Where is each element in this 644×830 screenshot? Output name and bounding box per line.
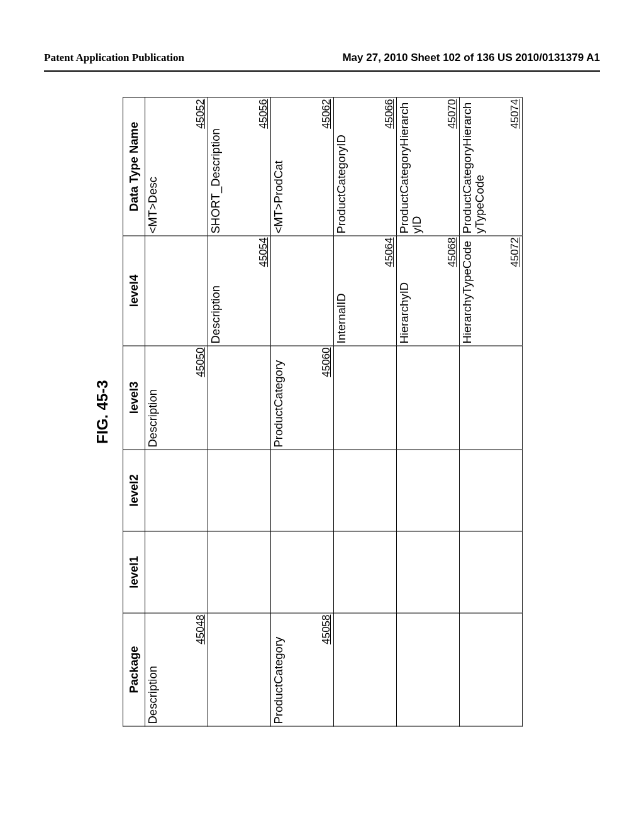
cell-text: Description bbox=[208, 236, 222, 346]
cell-text: InternalID bbox=[334, 236, 348, 346]
page-header: Patent Application Publication May 27, 2… bbox=[0, 52, 644, 69]
data-table: Package level1 level2 level3 level4 Data… bbox=[123, 97, 523, 727]
rotated-figure: FIG. 45-3 Package level1 level2 level3 l… bbox=[94, 97, 523, 727]
cell-text: HierarchyTypeCode bbox=[460, 236, 474, 346]
col-datatypename: Data Type Name bbox=[123, 97, 145, 236]
ref-num: 45068 bbox=[446, 238, 458, 267]
ref-num: 45054 bbox=[257, 238, 270, 267]
cell-text: ProductCategoryHierarchyTypeCode bbox=[460, 98, 487, 236]
table-row: HierarchyID45068 ProductCategoryHierarch… bbox=[397, 97, 460, 726]
table-row: ProductCategory45058 ProductCategory4506… bbox=[271, 97, 334, 726]
ref-num: 45050 bbox=[194, 348, 207, 377]
ref-num: 45052 bbox=[194, 99, 207, 129]
cell-text: <MT>Desc bbox=[145, 98, 159, 236]
cell-text: <MT>ProdCat bbox=[271, 98, 285, 236]
table-row: Description45054 SHORT_Description45056 bbox=[208, 97, 271, 726]
col-level1: level1 bbox=[123, 531, 145, 613]
col-package: Package bbox=[123, 613, 145, 726]
ref-num: 45060 bbox=[320, 348, 333, 377]
figure-title: FIG. 45-3 bbox=[94, 97, 111, 727]
table-row: InternalID45064 ProductCategoryID45066 bbox=[334, 97, 397, 726]
cell-text: Description bbox=[145, 614, 159, 726]
cell-text: ProductCategory bbox=[271, 614, 285, 726]
ref-num: 45074 bbox=[509, 99, 521, 129]
ref-num: 45062 bbox=[320, 99, 333, 129]
ref-num: 45056 bbox=[257, 99, 270, 129]
ref-num: 45064 bbox=[383, 238, 396, 267]
cell-text: SHORT_Description bbox=[208, 98, 222, 236]
table-row: HierarchyTypeCode45072 ProductCategoryHi… bbox=[460, 97, 523, 726]
header-rule bbox=[44, 70, 600, 72]
col-level3: level3 bbox=[123, 346, 145, 450]
header-left: Patent Application Publication bbox=[44, 52, 184, 64]
ref-num: 45066 bbox=[383, 99, 396, 129]
table-row: Description45048 Description45050 <MT>De… bbox=[145, 97, 208, 726]
col-level2: level2 bbox=[123, 450, 145, 531]
ref-num: 45058 bbox=[320, 615, 333, 645]
ref-num: 45072 bbox=[509, 238, 521, 267]
cell-text: ProductCategoryHierarchyID bbox=[397, 98, 424, 236]
ref-num: 45048 bbox=[194, 615, 207, 645]
cell-text: ProductCategoryID bbox=[334, 98, 348, 236]
cell-text: Description bbox=[145, 346, 159, 450]
cell-text: ProductCategory bbox=[271, 346, 285, 450]
header-right: May 27, 2010 Sheet 102 of 136 US 2010/01… bbox=[342, 52, 600, 64]
table-header-row: Package level1 level2 level3 level4 Data… bbox=[123, 97, 145, 726]
cell-text: HierarchyID bbox=[397, 236, 411, 346]
col-level4: level4 bbox=[123, 236, 145, 346]
table-body: Description45048 Description45050 <MT>De… bbox=[145, 97, 523, 726]
ref-num: 45070 bbox=[446, 99, 458, 129]
